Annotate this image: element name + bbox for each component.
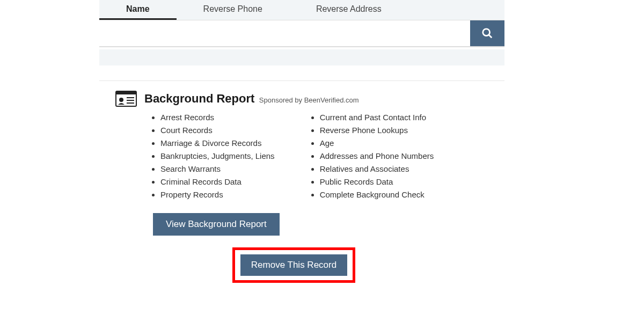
list-item: Public Records Data — [320, 175, 434, 188]
svg-point-0 — [483, 29, 490, 36]
report-title: Background Report — [144, 92, 254, 105]
list-item: Property Records — [160, 188, 275, 201]
view-background-report-button[interactable]: View Background Report — [153, 213, 280, 236]
list-item: Criminal Records Data — [160, 175, 275, 188]
list-item: Search Warrants — [160, 163, 275, 175]
remove-this-record-button[interactable]: Remove This Record — [240, 254, 347, 276]
report-list-right: Current and Past Contact InfoReverse Pho… — [312, 111, 434, 201]
search-icon — [481, 27, 493, 39]
svg-line-1 — [489, 35, 492, 38]
tab-reverse-address[interactable]: Reverse Address — [289, 0, 408, 20]
search-bar — [99, 20, 504, 47]
list-item: Complete Background Check — [320, 188, 434, 201]
search-input[interactable] — [99, 20, 470, 46]
remove-highlight-box: Remove This Record — [232, 247, 355, 283]
list-item: Reverse Phone Lookups — [320, 124, 434, 137]
tab-reverse-phone[interactable]: Reverse Phone — [177, 0, 289, 20]
list-item: Relatives and Associates — [320, 163, 434, 175]
list-item: Court Records — [160, 124, 275, 137]
id-card-icon — [115, 91, 137, 107]
divider — [99, 80, 504, 81]
spacer-bar — [99, 49, 504, 65]
list-item: Bankruptcies, Judgments, Liens — [160, 150, 275, 163]
svg-point-4 — [119, 98, 123, 102]
sponsored-text: Sponsored by BeenVerified.com — [259, 96, 359, 104]
list-item: Marriage & Divorce Records — [160, 137, 275, 150]
tab-name[interactable]: Name — [99, 0, 177, 20]
list-item: Current and Past Contact Info — [320, 111, 434, 124]
svg-rect-3 — [116, 91, 136, 94]
search-tabs: Name Reverse Phone Reverse Address — [99, 0, 504, 20]
search-button[interactable] — [470, 20, 504, 46]
list-item: Arrest Records — [160, 111, 275, 124]
background-report-section: Background Report Sponsored by BeenVerif… — [99, 91, 504, 236]
list-item: Age — [320, 137, 434, 150]
list-item: Addresses and Phone Numbers — [320, 150, 434, 163]
report-list-left: Arrest RecordsCourt RecordsMarriage & Di… — [153, 111, 275, 201]
